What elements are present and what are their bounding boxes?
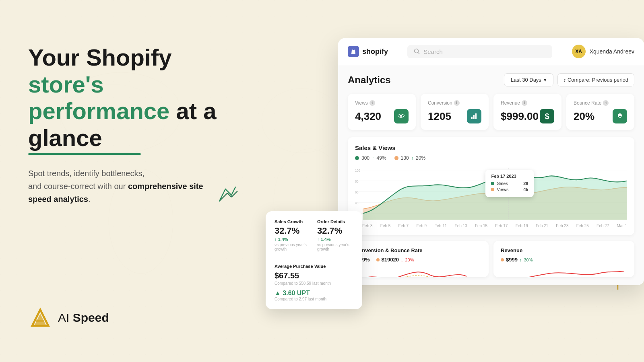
logo-ai: AI — [58, 311, 69, 324]
compare-label: ↕ Compare: Previous period — [564, 77, 628, 83]
metric-value-views: 4,320 — [355, 110, 381, 123]
info-icon-revenue: ℹ — [522, 100, 527, 106]
hero-plain2: at a — [176, 98, 216, 124]
dashboard-card: shopify Search XA Xquenda Andreev Analyt… — [338, 38, 644, 285]
svg-rect-18 — [475, 113, 477, 119]
bm-999-value: $999 — [506, 257, 518, 263]
metric-card-revenue: Revenue ℹ $999.00 $ — [493, 94, 561, 130]
metric-value-row-conversion: 1205 — [428, 109, 481, 123]
date-range-label: Last 30 Days — [511, 77, 541, 83]
chart-x-axis: Feb 3 Feb 5 Feb 7 Feb 9 Feb 11 Feb 13 Fe… — [355, 224, 627, 228]
header-controls: Last 30 Days ▾ ↕ Compare: Previous perio… — [504, 73, 634, 86]
underline-decoration — [28, 153, 141, 155]
search-placeholder: Search — [423, 48, 443, 55]
logo-area: AI Speed — [28, 306, 109, 330]
bottom-metrics-revenue: $999 ↑ 30% — [501, 257, 627, 263]
analytics-title: Analytics — [348, 74, 391, 86]
hero-line3: glance — [28, 125, 102, 151]
bm-down-arrow: ↓ — [401, 257, 403, 262]
user-name: Xquenda Andreev — [590, 48, 634, 55]
metric-card-views: Views ℹ 4,320 👁 — [348, 94, 416, 130]
metric-value-revenue: $999.00 — [501, 110, 539, 123]
fg-upt-value: ▲ 3.60 UPT — [275, 290, 310, 297]
svg-point-14 — [415, 49, 419, 53]
search-bar[interactable]: Search — [407, 45, 552, 58]
svg-text:100: 100 — [355, 169, 360, 173]
bm-down-20: 20% — [405, 257, 414, 262]
tooltip-date: Feb 17 2023 — [491, 174, 528, 179]
mini-chart-revenue — [501, 265, 627, 277]
bm-dot-rev — [501, 258, 504, 261]
tooltip-views-label: Views — [497, 187, 508, 192]
metric-icon-conversion — [467, 109, 481, 123]
svg-rect-17 — [473, 115, 475, 119]
dashboard-wrapper: shopify Search XA Xquenda Andreev Analyt… — [338, 38, 644, 285]
compare-button[interactable]: ↕ Compare: Previous period — [557, 73, 634, 86]
metric-label-revenue: Revenue ℹ — [501, 100, 554, 106]
fg-order-details-label: Order Details — [317, 219, 353, 224]
dashboard-body: Analytics Last 30 Days ▾ ↕ Compare: Prev… — [338, 65, 644, 285]
metric-icon-views: 👁 — [394, 109, 409, 123]
legend-sales-value: 300 — [361, 155, 369, 161]
tooltip-sales-value: 28 — [523, 181, 528, 186]
metric-value-row-revenue: $999.00 $ — [501, 109, 554, 123]
fg-order-details-value: 32.7% — [317, 226, 353, 236]
bottom-row: Conversion & Bounce Rate ↑ 49% $19020 ↓ … — [348, 241, 634, 277]
tooltip-views-value: 45 — [523, 187, 528, 192]
metric-value-bounce: 20% — [574, 110, 594, 123]
floating-grid: Sales Growth 32.7% ↑ 1.4% vs previous ye… — [275, 219, 353, 251]
bm-dot-orange — [376, 258, 380, 261]
hero-subtitle: Spot trends, identify bottlenecks,and co… — [28, 167, 221, 206]
svg-text:40: 40 — [355, 201, 359, 205]
bm-999: $999 ↑ 30% — [501, 257, 533, 263]
legend-views: 130 ↑ 20% — [394, 155, 426, 161]
metric-label-bounce: Bounce Rate ℹ — [574, 100, 627, 106]
fg-order-details: Order Details 32.7% ↑ 1.4% vs previous y… — [317, 219, 353, 251]
info-icon-views: ℹ — [369, 100, 375, 106]
chart-title: Sales & Views — [355, 144, 627, 151]
fg-apv-label: Average Purchase Value — [275, 264, 353, 269]
logo-icon — [28, 306, 52, 330]
metric-label-views: Views ℹ — [355, 100, 409, 106]
fg-upt-row: ▲ 3.60 UPT — [275, 290, 353, 297]
user-area: XA Xquenda Andreev — [572, 45, 634, 58]
fg-order-details-up: ↑ 1.4% — [317, 237, 353, 242]
chart-tooltip: Feb 17 2023 Sales 28 Views 45 — [485, 170, 534, 197]
shopify-logo: shopify — [348, 46, 388, 57]
hero-title: Your Shopify store's performance at a gl… — [28, 44, 242, 155]
metric-icon-bounce — [613, 109, 627, 123]
subtitle-text1: Spot trends, identify bottlenecks,and co… — [28, 169, 144, 191]
hero-green2: performance — [28, 98, 169, 124]
fg-sales-growth-value: 32.7% — [275, 226, 311, 236]
chevron-down-icon: ▾ — [544, 77, 547, 83]
metric-value-conversion: 1205 — [428, 110, 451, 123]
bottom-card-conversion-title: Conversion & Bounce Rate — [355, 247, 481, 253]
left-panel: Your Shopify store's performance at a gl… — [28, 44, 242, 206]
bm-19020-value: $19020 — [382, 257, 399, 263]
bm-up-30: ↑ — [520, 257, 522, 262]
metric-card-conversion: Conversion ℹ 1205 — [421, 94, 489, 130]
svg-text:60: 60 — [355, 191, 359, 195]
svg-line-15 — [418, 53, 420, 54]
legend-views-pct: 20% — [416, 155, 425, 161]
tooltip-row-sales: Sales 28 — [491, 181, 528, 186]
shopify-bag-icon — [348, 46, 359, 57]
fg-sales-growth-sub: vs previous year's growth — [275, 243, 311, 251]
shopify-brand-name: shopify — [362, 47, 388, 56]
tooltip-sales-label: Sales — [497, 181, 508, 186]
date-range-button[interactable]: Last 30 Days ▾ — [504, 73, 553, 86]
mini-chart-conversion — [355, 265, 481, 277]
chart-legend: 300 ↑ 49% 130 ↑ 20% — [355, 155, 627, 161]
bottom-card-revenue-title: Revenue — [501, 247, 627, 253]
legend-dot-views — [394, 156, 398, 160]
search-icon — [414, 48, 420, 55]
floating-card: Sales Growth 32.7% ↑ 1.4% vs previous ye… — [266, 211, 362, 309]
legend-sales: 300 ↑ 49% — [355, 155, 386, 161]
metric-label-conversion: Conversion ℹ — [428, 100, 481, 106]
metric-value-row-bounce: 20% — [574, 109, 627, 123]
hero-line1: Your Shopify store's — [28, 44, 172, 97]
hero-green1: store's — [28, 71, 104, 97]
bottom-metrics-conversion: ↑ 49% $19020 ↓ 20% — [355, 257, 481, 263]
bm-19020: $19020 ↓ 20% — [376, 257, 414, 263]
info-icon-conversion: ℹ — [454, 100, 460, 106]
